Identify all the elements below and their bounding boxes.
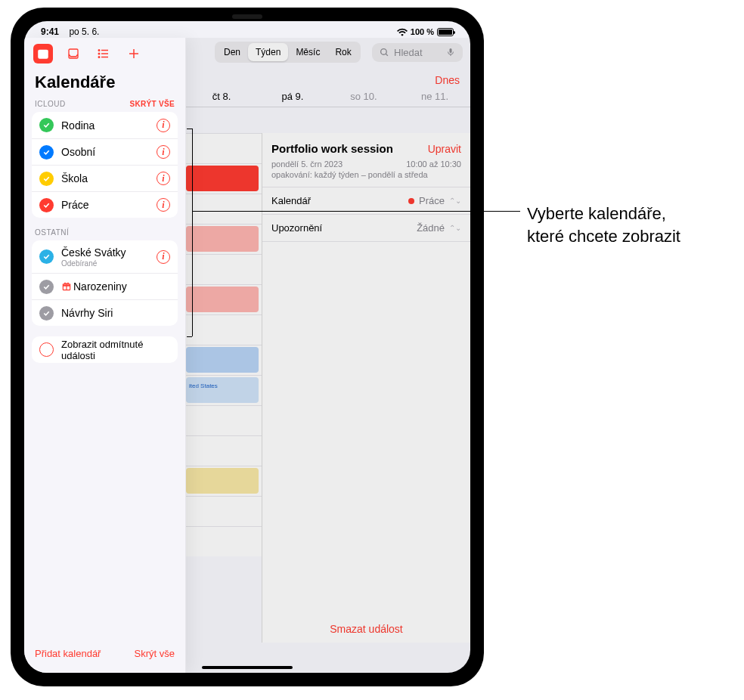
svg-point-9	[98, 53, 100, 54]
hide-all-button[interactable]: Skrýt vše	[135, 648, 175, 659]
checkmark-icon[interactable]	[39, 172, 54, 186]
event-time: 10:00 až 10:30	[406, 160, 461, 169]
svg-point-10	[98, 57, 100, 58]
info-icon[interactable]: i	[157, 172, 170, 185]
status-left: 9:41 po 5. 6.	[41, 26, 99, 37]
callout-leader	[192, 211, 520, 212]
event-detail-pane: Portfolio work session Upravit pondělí 5…	[262, 133, 470, 643]
calendars-icon[interactable]	[33, 44, 53, 63]
list-icon[interactable]	[94, 44, 113, 63]
checkmark-icon[interactable]	[39, 198, 54, 212]
calendar-list-icloud: Rodina i Osobní i Škola i Práce i	[32, 112, 178, 218]
add-icon[interactable]	[124, 44, 144, 63]
section-label: ICLOUD	[35, 100, 66, 108]
today-button[interactable]: Dnes	[435, 74, 460, 86]
checkmark-icon[interactable]	[39, 249, 54, 264]
sidebar-footer: Přidat kalendář Skrýt vše	[24, 640, 185, 673]
search-field[interactable]: Hledat	[372, 43, 463, 62]
week-day-header: čt 8. pá 9. so 10. ne 11.	[186, 91, 470, 107]
checkmark-icon[interactable]	[39, 280, 54, 294]
info-icon[interactable]: i	[157, 250, 170, 264]
calendar-label: Narozeniny	[54, 280, 170, 293]
view-segmented-control[interactable]: Den Týden Měsíc Rok	[215, 42, 361, 63]
calendar-color-dot	[408, 198, 414, 204]
main-content: Den Týden Měsíc Rok Hledat Dnes čt 8. pá…	[186, 38, 470, 673]
calendar-list-ostatni: České Svátky Odebírané i Narozeniny Návr…	[32, 240, 178, 326]
screen: Den Týden Měsíc Rok Hledat Dnes čt 8. pá…	[24, 21, 470, 673]
edit-button[interactable]: Upravit	[428, 143, 461, 155]
day-col[interactable]: pá 9.	[257, 91, 328, 102]
inbox-icon[interactable]	[64, 44, 83, 63]
svg-point-0	[381, 48, 387, 54]
calendar-label: Škola	[54, 172, 157, 184]
event-title: Portfolio work session	[271, 142, 393, 155]
tab-week[interactable]: Týden	[248, 43, 288, 61]
declined-events-label: Zobrazit odmítnuté události	[54, 339, 170, 361]
event-alert-value: Žádné	[417, 222, 445, 234]
calendar-label: Práce	[54, 199, 157, 211]
calendar-sublabel: Odebírané	[61, 259, 157, 268]
checkmark-icon[interactable]	[39, 306, 54, 321]
battery-percent: 100 %	[411, 27, 434, 36]
tab-day[interactable]: Den	[216, 43, 248, 61]
status-right: 100 %	[397, 27, 454, 36]
day-col[interactable]: čt 8.	[186, 91, 257, 102]
info-icon[interactable]: i	[157, 119, 170, 132]
calendar-item-skola[interactable]: Škola i	[32, 165, 178, 191]
status-date: po 5. 6.	[69, 26, 99, 37]
svg-point-8	[98, 50, 100, 51]
main-toolbar: Den Týden Měsíc Rok Hledat	[186, 38, 470, 67]
hide-all-link[interactable]: SKRÝT VŠE	[130, 100, 175, 108]
today-row: Dnes	[186, 67, 470, 91]
calendar-label: Osobní	[54, 146, 157, 158]
section-header-ostatni: OSTATNÍ	[24, 228, 185, 240]
svg-rect-2	[450, 48, 452, 53]
delete-event-button[interactable]: Smazat událost	[262, 623, 470, 635]
calendar-label: Rodina	[54, 119, 157, 132]
status-time: 9:41	[41, 26, 59, 37]
calendar-item-siri[interactable]: Návrhy Siri	[32, 299, 178, 326]
device-notch	[225, 8, 270, 21]
calendar-grid-strip: ited States	[186, 133, 262, 643]
calendar-label: České Svátky Odebírané	[54, 246, 157, 268]
calendar-item-narozeniny[interactable]: Narozeniny	[32, 273, 178, 299]
sidebar-title: Kalendáře	[24, 70, 185, 100]
tab-year[interactable]: Rok	[327, 43, 358, 61]
event-calendar-label: Kalendář	[271, 195, 311, 206]
info-icon[interactable]: i	[157, 198, 170, 212]
calendars-sidebar: Kalendáře ICLOUD SKRÝT VŠE Rodina i Osob…	[24, 38, 186, 673]
mic-icon[interactable]	[446, 47, 455, 57]
search-icon	[380, 48, 389, 57]
section-label: OSTATNÍ	[35, 228, 69, 237]
declined-events-toggle[interactable]: Zobrazit odmítnuté události	[32, 336, 178, 363]
home-indicator[interactable]	[202, 666, 293, 669]
svg-line-1	[386, 54, 388, 56]
unchecked-circle-icon[interactable]	[39, 342, 54, 357]
chevron-updown-icon: ⌃⌄	[449, 224, 461, 232]
checkmark-icon[interactable]	[39, 145, 54, 160]
svg-rect-4	[38, 50, 48, 53]
calendar-item-svatky[interactable]: České Svátky Odebírané i	[32, 240, 178, 273]
calendar-label: Návrhy Siri	[54, 307, 170, 319]
info-icon[interactable]: i	[157, 145, 170, 159]
ipad-device-frame: Den Týden Měsíc Rok Hledat Dnes čt 8. pá…	[11, 8, 484, 686]
day-col[interactable]: so 10.	[328, 91, 399, 102]
gift-icon	[61, 281, 72, 292]
checkmark-icon[interactable]	[39, 118, 54, 132]
event-repeat: opakování: každý týden – pondělí a střed…	[262, 169, 470, 187]
event-calendar-value: Práce	[419, 195, 445, 206]
tab-month[interactable]: Měsíc	[288, 43, 327, 61]
chevron-updown-icon: ⌃⌄	[449, 197, 461, 205]
calendar-item-rodina[interactable]: Rodina i	[32, 112, 178, 138]
wifi-icon	[397, 28, 408, 36]
sidebar-toolbar	[24, 38, 185, 70]
event-alert-row[interactable]: Upozornění Žádné⌃⌄	[262, 215, 470, 242]
event-date: pondělí 5. črn 2023	[271, 160, 343, 169]
calendar-item-prace[interactable]: Práce i	[32, 191, 178, 218]
callout-text: Vyberte kalendáře, které chcete zobrazit	[527, 203, 680, 247]
calendar-item-osobni[interactable]: Osobní i	[32, 138, 178, 165]
day-col[interactable]: ne 11.	[399, 91, 470, 102]
search-placeholder: Hledat	[394, 47, 423, 58]
event-snippet: ited States	[186, 383, 218, 389]
add-calendar-button[interactable]: Přidat kalendář	[35, 648, 101, 659]
